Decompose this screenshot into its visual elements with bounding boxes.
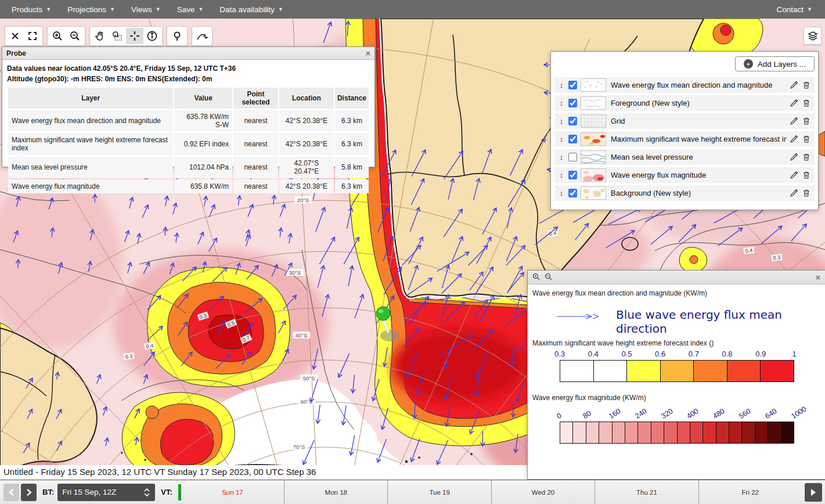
cell-location: 42.07°S 20.47°E: [279, 156, 334, 178]
magnitude-scale-labels: 0801602403204004805606401000: [560, 404, 794, 422]
cell-value: 1012.04 hPa: [174, 156, 232, 178]
info-icon[interactable]: [143, 28, 161, 44]
timeline-step-forward-button[interactable]: [21, 484, 37, 501]
menu-products[interactable]: Products▼: [3, 0, 59, 19]
drag-handle-icon[interactable]: ↕: [557, 135, 566, 143]
zoom-box-icon[interactable]: [109, 28, 126, 44]
edit-layer-icon[interactable]: [788, 171, 799, 179]
layer-visibility-checkbox[interactable]: [568, 117, 577, 125]
close-icon[interactable]: [6, 28, 24, 44]
pan-hand-icon[interactable]: [91, 28, 109, 44]
timeline-day-wed20[interactable]: Wed 20: [492, 480, 595, 504]
magnitude-scale-label: 560: [738, 407, 752, 420]
timeline-play-forward-button[interactable]: [805, 483, 822, 502]
menu-projections[interactable]: Projections▼: [59, 0, 123, 19]
magnitude-scale-cell: [742, 422, 755, 443]
cross-section-icon[interactable]: [193, 28, 211, 44]
edit-layer-icon[interactable]: [788, 117, 799, 125]
magnitude-scale-cell: [638, 422, 651, 443]
zoom-in-icon[interactable]: [49, 28, 66, 44]
menu-save[interactable]: Save▼: [169, 0, 212, 19]
edit-layer-icon[interactable]: [788, 99, 799, 107]
edit-layer-icon[interactable]: [788, 189, 799, 197]
drag-handle-icon[interactable]: ↕: [557, 117, 566, 125]
delete-layer-icon[interactable]: [801, 99, 812, 107]
layer-row-wave-direction: ↕ Wave energy flux mean direction and ma…: [554, 77, 815, 93]
edit-layer-icon[interactable]: [788, 135, 799, 143]
drag-handle-icon[interactable]: ↕: [557, 171, 566, 179]
legend-panel-header[interactable]: ×: [528, 271, 825, 285]
layer-visibility-checkbox[interactable]: [568, 99, 577, 107]
edit-layer-icon[interactable]: [788, 81, 799, 89]
delete-layer-icon[interactable]: [801, 189, 812, 197]
legend-direction-sample: Blue wave energy flux mean direction: [528, 297, 825, 334]
layer-visibility-checkbox[interactable]: [568, 81, 577, 89]
timeline-day-sun17[interactable]: Sun 17: [181, 480, 284, 504]
cell-point: nearest: [233, 156, 278, 178]
drag-handle-icon[interactable]: ↕: [557, 189, 566, 197]
svg-text:0.3: 0.3: [773, 254, 780, 261]
timeline-step-back-button[interactable]: [3, 484, 19, 501]
layer-visibility-checkbox[interactable]: [568, 171, 577, 179]
menu-data-availability[interactable]: Data availability▼: [211, 0, 291, 19]
delete-layer-icon[interactable]: [801, 81, 812, 89]
chevron-down-icon: ▼: [198, 6, 203, 12]
efi-scale-label: 0.6: [655, 350, 665, 358]
magnitude-scale-cell: [716, 422, 729, 443]
probe-location-line: Data values near location 42.05°S 20.4°E…: [7, 64, 370, 73]
probe-panel-header[interactable]: Probe ×: [2, 47, 374, 60]
zoom-out-icon[interactable]: [66, 28, 84, 44]
delete-layer-icon[interactable]: [801, 171, 812, 179]
add-layers-button[interactable]: + Add Layers ...: [735, 56, 815, 71]
timeline-day-thu21[interactable]: Thu 21: [595, 480, 698, 504]
drag-handle-icon[interactable]: ↕: [557, 153, 566, 161]
efi-scale-label: 0.3: [554, 350, 565, 358]
menu-contact[interactable]: Contact▼: [769, 0, 820, 19]
col-location: Location: [279, 88, 334, 109]
layer-visibility-checkbox[interactable]: [568, 135, 577, 143]
fullscreen-extent-icon[interactable]: [24, 28, 41, 44]
delete-layer-icon[interactable]: [801, 117, 812, 125]
layer-thumbnail: [581, 78, 606, 92]
close-icon[interactable]: ×: [366, 49, 370, 57]
timeline-day-mon18[interactable]: Mon 18: [284, 480, 388, 504]
timeline-day-tue19[interactable]: Tue 19: [388, 480, 491, 504]
close-icon[interactable]: ×: [816, 273, 820, 282]
legend-zoom-out-icon[interactable]: [545, 272, 552, 283]
base-time-select[interactable]: Fri 15 Sep, 12Z: [57, 484, 155, 501]
drag-handle-icon[interactable]: ↕: [557, 99, 566, 107]
edit-layer-icon[interactable]: [788, 153, 799, 161]
menu-contact-label: Contact: [777, 5, 804, 14]
legend-zoom-in-icon[interactable]: [532, 272, 540, 283]
cell-location: 42°S 20.38°E: [279, 110, 334, 132]
col-distance: Distance: [335, 88, 369, 109]
delete-layer-icon[interactable]: [801, 135, 812, 143]
drag-handle-icon[interactable]: ↕: [557, 81, 566, 89]
efi-scale-label: 0.9: [755, 350, 766, 358]
magnitude-scale-cell: [755, 422, 768, 443]
layer-visibility-checkbox[interactable]: [568, 153, 577, 161]
efi-scale-cell: [560, 361, 594, 381]
layer-name: Foreground (New style): [611, 99, 787, 107]
chevron-down-icon: ▼: [46, 6, 51, 12]
cell-point: nearest: [233, 179, 278, 193]
layer-row-wave-magnitude: ↕ Wave energy flux magnitude: [554, 167, 815, 183]
menu-views[interactable]: Views▼: [123, 0, 169, 19]
cell-value: 635.8 KW/m: [174, 179, 232, 193]
magnitude-scale-cell: [573, 422, 586, 443]
delete-layer-icon[interactable]: [801, 153, 812, 161]
cell-location: 42°S 20.38°E: [279, 179, 334, 193]
layer-visibility-checkbox[interactable]: [568, 189, 577, 197]
menu-save-label: Save: [177, 5, 195, 14]
timeline-days: Sun 17 Mon 18 Tue 19 Wed 20 Thu 21 Fri 2…: [181, 480, 802, 504]
layer-name: Mean sea level pressure: [611, 153, 787, 161]
layers-toggle-icon[interactable]: [804, 27, 822, 45]
layer-thumbnail: [581, 186, 606, 200]
layer-thumbnail: [581, 96, 606, 110]
crosshair-probe-icon[interactable]: [126, 28, 143, 44]
timeline-day-fri22[interactable]: Fri 22: [699, 480, 802, 504]
efi-scale-label: 1: [792, 350, 796, 358]
pin-probe-icon[interactable]: [168, 28, 186, 44]
stepper-chevrons-icon: [143, 487, 150, 498]
cell-distance: 5.8 km: [335, 156, 369, 178]
